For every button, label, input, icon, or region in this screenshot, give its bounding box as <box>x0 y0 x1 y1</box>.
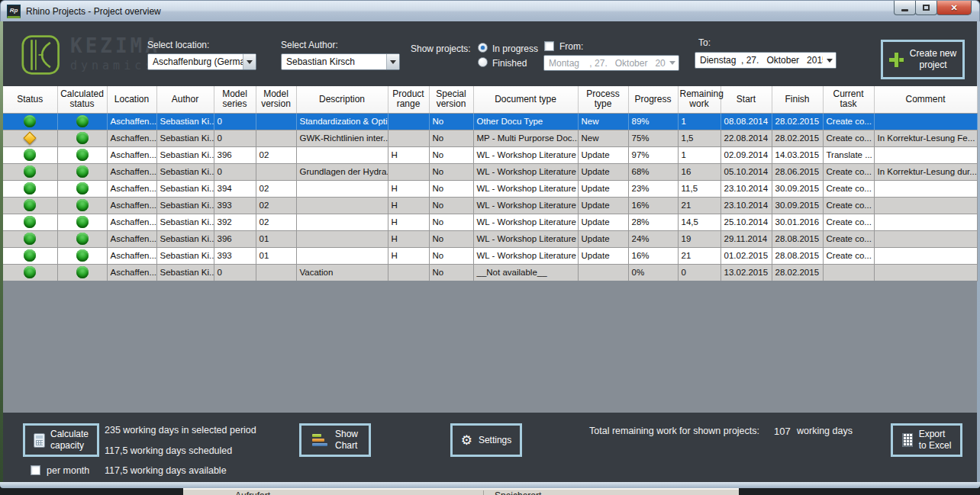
status-ok-icon <box>76 249 89 262</box>
cell-product-range <box>388 113 429 130</box>
cell-location: Aschaffen... <box>107 146 156 163</box>
gear-icon: ⚙ <box>461 434 472 447</box>
cell-author: Sebastian Ki... <box>156 180 214 197</box>
cell-description <box>296 146 388 163</box>
calculate-capacity-button[interactable]: Calculatecapacity <box>23 423 99 457</box>
column-header-location[interactable]: Location <box>107 86 156 113</box>
app-icon: Rp <box>7 5 21 18</box>
close-button[interactable]: ✕ <box>936 1 972 15</box>
cell-remaining-work: 21 <box>678 197 720 214</box>
cell-author: Sebastian Ki... <box>156 146 214 163</box>
cell-current-task <box>823 264 874 281</box>
column-header-special-version[interactable]: Special version <box>429 86 473 113</box>
cell-process-type: Update <box>578 163 628 180</box>
cell-remaining-work: 21 <box>678 247 720 264</box>
title-bar[interactable]: Rp Rhino Projects - Project overview ✕ <box>0 0 980 21</box>
cell-status <box>3 214 57 230</box>
cell-progress: 16% <box>628 197 678 214</box>
window-title: Rhino Projects - Project overview <box>26 6 161 17</box>
cell-status <box>3 230 57 247</box>
per-month-label: per month <box>47 465 89 476</box>
radio-finished[interactable] <box>478 57 488 67</box>
kezima-logo-icon <box>21 34 63 76</box>
cell-author: Sebastian Ki... <box>156 130 214 146</box>
cell-progress: 16% <box>628 247 678 264</box>
cell-document-type: WL - Workshop Literature <box>473 247 578 264</box>
cell-status <box>3 247 57 264</box>
column-header-comment[interactable]: Comment <box>874 86 977 113</box>
author-select[interactable]: Sebastian Kirsch <box>281 53 400 70</box>
table-row[interactable]: Aschaffen... Sebastian Ki... 396 01 H No… <box>3 230 977 247</box>
cell-special-version: No <box>429 163 473 180</box>
cell-status <box>3 197 57 214</box>
cell-description <box>296 247 388 264</box>
column-header-remaining-work[interactable]: Remaining work <box>678 86 720 113</box>
column-header-model-series[interactable]: Model series <box>214 86 256 113</box>
radio-in-progress[interactable] <box>478 43 488 53</box>
per-month-checkbox[interactable] <box>31 465 40 475</box>
table-row[interactable]: Aschaffen... Sebastian Ki... 392 02 H No… <box>3 214 977 230</box>
table-header-row: StatusCalculated statusLocationAuthorMod… <box>3 86 977 113</box>
cell-finish: 28.06.2015 <box>772 163 823 180</box>
cell-special-version: No <box>429 197 473 214</box>
background-window-header: Aufrufart Speicherort <box>183 488 739 495</box>
calculator-icon <box>34 433 45 448</box>
column-header-calculated-status[interactable]: Calculated status <box>57 86 107 113</box>
column-header-start[interactable]: Start <box>720 86 772 113</box>
create-new-project-button[interactable]: Create newproject <box>881 40 965 79</box>
column-header-author[interactable]: Author <box>156 86 214 113</box>
cell-remaining-work: 11,5 <box>678 180 720 197</box>
cell-progress: 97% <box>628 146 678 163</box>
cell-current-task: Create co... <box>823 113 874 130</box>
minimize-button[interactable] <box>894 1 916 15</box>
from-checkbox[interactable] <box>544 41 554 51</box>
column-header-model-version[interactable]: Model version <box>256 86 296 113</box>
radio-finished-label: Finished <box>492 58 527 69</box>
cell-product-range: H <box>388 214 429 230</box>
column-header-finish[interactable]: Finish <box>772 86 823 113</box>
column-header-current-task[interactable]: Current task <box>823 86 874 113</box>
table-row[interactable]: Aschaffen... Sebastian Ki... 393 01 H No… <box>3 247 977 264</box>
table-row[interactable]: Aschaffen... Sebastian Ki... 0 Standardi… <box>3 113 977 130</box>
cell-remaining-work: 14,5 <box>678 214 720 230</box>
cell-model-series: 394 <box>214 180 256 197</box>
table-row[interactable]: Aschaffen... Sebastian Ki... 0 Vacation … <box>3 264 977 281</box>
cell-model-series: 393 <box>214 197 256 214</box>
column-header-progress[interactable]: Progress <box>628 86 678 113</box>
column-header-process-type[interactable]: Process type <box>578 86 628 113</box>
table-row[interactable]: Aschaffen... Sebastian Ki... 393 02 H No… <box>3 197 977 214</box>
table-row[interactable]: Aschaffen... Sebastian Ki... 396 02 H No… <box>3 146 977 163</box>
chevron-down-icon <box>243 54 256 69</box>
column-header-product-range[interactable]: Product range <box>388 86 429 113</box>
cell-current-task: Create co... <box>823 247 874 264</box>
stat-working-days-available: 117,5 working days available <box>105 465 227 476</box>
table-row[interactable]: Aschaffen... Sebastian Ki... 0 GWK-Richt… <box>3 130 977 146</box>
table-row[interactable]: Aschaffen... Sebastian Ki... 394 02 H No… <box>3 180 977 197</box>
table-empty-area <box>3 281 977 413</box>
from-date-picker[interactable]: Montag , 27. Oktober 2014 <box>543 55 679 71</box>
cell-author: Sebastian Ki... <box>156 230 214 247</box>
cell-calculated-status <box>57 214 107 230</box>
bar-chart-icon <box>312 432 329 448</box>
to-date-picker[interactable]: Dienstag , 27. Oktober 2015 <box>695 52 837 69</box>
cell-special-version: No <box>429 146 473 163</box>
status-ok-icon <box>24 216 36 228</box>
cell-comment: In Korrektur-Lesung dur... <box>874 163 977 180</box>
export-to-excel-button[interactable]: Exportto Excel <box>891 423 962 457</box>
column-header-description[interactable]: Description <box>296 86 388 113</box>
table-row[interactable]: Aschaffen... Sebastian Ki... 0 Grundlage… <box>3 163 977 180</box>
cell-comment <box>874 264 977 281</box>
settings-button[interactable]: ⚙ Settings <box>450 423 522 457</box>
cell-finish: 28.02.2015 <box>772 113 823 130</box>
cell-progress: 24% <box>628 230 678 247</box>
maximize-button[interactable] <box>915 1 937 15</box>
column-header-status[interactable]: Status <box>3 86 57 113</box>
cell-model-version <box>256 264 296 281</box>
cell-location: Aschaffen... <box>107 163 156 180</box>
column-header-document-type[interactable]: Document type <box>473 86 578 113</box>
status-warning-icon <box>24 132 37 145</box>
show-chart-button[interactable]: ShowChart <box>299 423 371 457</box>
cell-description <box>296 197 388 214</box>
location-select[interactable]: Aschaffenburg (Germany) <box>147 53 256 70</box>
cell-model-series: 0 <box>214 130 256 146</box>
